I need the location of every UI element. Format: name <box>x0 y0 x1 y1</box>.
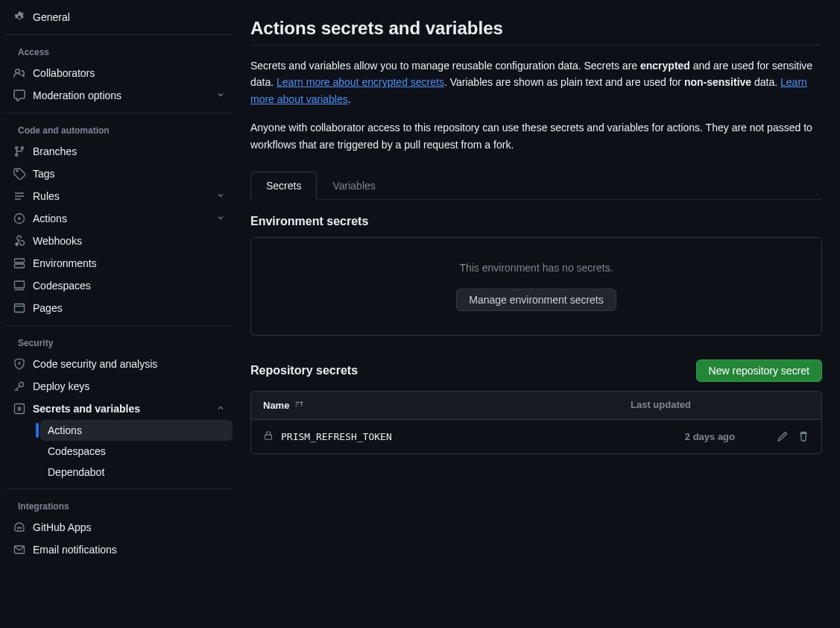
sidebar-item-secrets[interactable]: Secrets and variables <box>6 398 233 420</box>
table-header: Name Last updated <box>251 392 821 420</box>
tab-variables[interactable]: Variables <box>317 172 391 200</box>
secret-name: PRISM_REFRESH_TOKEN <box>281 431 392 442</box>
col-header-actions <box>750 399 809 412</box>
svg-point-6 <box>19 383 24 387</box>
desc-bold: encrypted <box>640 60 690 72</box>
sidebar-item-label: Code security and analysis <box>33 358 225 370</box>
sidebar-item-pages[interactable]: Pages <box>6 297 233 319</box>
sidebar-item-deploykeys[interactable]: Deploy keys <box>6 375 233 398</box>
sidebar-item-label: Webhooks <box>33 235 225 247</box>
key-icon <box>13 380 25 392</box>
sidebar-item-label: GitHub Apps <box>33 521 225 533</box>
sidebar-group-security: Security <box>6 332 233 353</box>
sidebar-item-tags[interactable]: Tags <box>6 163 233 185</box>
page-title: Actions secrets and variables <box>250 18 822 45</box>
svg-rect-2 <box>15 264 25 268</box>
sidebar-item-codesecurity[interactable]: Code security and analysis <box>6 353 233 375</box>
rules-icon <box>13 190 25 202</box>
repo-secrets-header: Repository secrets New repository secret <box>250 359 822 382</box>
sidebar-item-webhooks[interactable]: Webhooks <box>6 230 233 252</box>
sidebar-item-codespaces[interactable]: Codespaces <box>6 274 233 297</box>
tag-icon <box>13 168 25 180</box>
delete-icon[interactable] <box>798 430 809 442</box>
tab-secrets[interactable]: Secrets <box>250 172 317 200</box>
comment-icon <box>13 90 25 101</box>
sidebar-item-environments[interactable]: Environments <box>6 252 233 274</box>
link-encrypted-secrets[interactable]: Learn more about encrypted secrets <box>277 76 444 88</box>
new-repository-secret-button[interactable]: New repository secret <box>696 359 822 382</box>
env-empty-message: This environment has no secrets. <box>275 262 798 274</box>
sidebar-item-email[interactable]: Email notifications <box>6 538 233 561</box>
desc-bold: non-sensitive <box>684 76 751 88</box>
desc-text: data. <box>751 76 780 88</box>
settings-sidebar: General Access Collaborators Moderation … <box>0 0 239 628</box>
sidebar-item-label: Branches <box>33 145 225 157</box>
mail-icon <box>13 544 25 556</box>
tabs: Secrets Variables <box>250 171 822 200</box>
sidebar-group-access: Access <box>6 41 233 62</box>
branch-icon <box>13 145 25 157</box>
sidebar-item-label: Tags <box>33 168 225 180</box>
env-secrets-box: This environment has no secrets. Manage … <box>250 237 822 336</box>
manage-env-secrets-button[interactable]: Manage environment secrets <box>456 289 616 311</box>
sidebar-item-githubapps[interactable]: GitHub Apps <box>6 516 233 538</box>
hubot-icon <box>13 521 25 533</box>
chevron-up-icon <box>216 403 225 415</box>
codespaces-icon <box>13 280 25 292</box>
main-content: Actions secrets and variables Secrets an… <box>239 0 840 628</box>
key-asterisk-icon <box>13 403 25 415</box>
sidebar-item-label: Rules <box>33 190 209 202</box>
divider <box>6 113 233 113</box>
col-header-name[interactable]: Name <box>263 399 631 412</box>
svg-rect-1 <box>15 259 25 263</box>
sidebar-subitem-actions[interactable]: Actions <box>40 420 233 441</box>
chevron-down-icon <box>216 190 225 202</box>
sidebar-item-label: Actions <box>48 424 225 436</box>
sidebar-item-label: Collaborators <box>33 67 225 79</box>
sidebar-item-moderation[interactable]: Moderation options <box>6 84 233 107</box>
sidebar-item-label: Actions <box>33 213 209 224</box>
browser-icon <box>13 302 25 314</box>
play-icon <box>13 213 25 224</box>
lock-icon <box>263 430 274 443</box>
secrets-table: Name Last updated PRISM_REFRESH_TOKEN 2 … <box>250 391 822 454</box>
people-icon <box>13 67 25 79</box>
gear-icon <box>13 11 25 23</box>
sidebar-item-collaborators[interactable]: Collaborators <box>6 62 233 84</box>
sidebar-item-label: Moderation options <box>33 90 209 101</box>
table-row: PRISM_REFRESH_TOKEN 2 days ago <box>251 420 821 453</box>
env-secrets-title: Environment secrets <box>250 215 822 228</box>
sidebar-item-label: Pages <box>33 302 225 314</box>
divider <box>6 325 233 326</box>
secret-actions <box>750 430 809 442</box>
sidebar-item-rules[interactable]: Rules <box>6 185 233 207</box>
sidebar-subitem-dependabot[interactable]: Dependabot <box>40 462 233 483</box>
svg-rect-9 <box>265 435 272 439</box>
sidebar-item-general[interactable]: General <box>6 6 233 28</box>
divider <box>6 489 233 489</box>
svg-rect-4 <box>15 304 25 313</box>
sidebar-item-label: Dependabot <box>48 466 225 478</box>
chevron-down-icon <box>216 213 225 224</box>
desc-text: . Variables are shown as plain text and … <box>444 76 684 88</box>
description-paragraph-2: Anyone with collaborator access to this … <box>250 119 822 153</box>
desc-text: Secrets and variables allow you to manag… <box>250 60 640 72</box>
sidebar-item-label: Deploy keys <box>33 380 225 392</box>
col-header-updated: Last updated <box>631 399 750 412</box>
col-header-name-label: Name <box>263 400 289 411</box>
shield-icon <box>13 358 25 370</box>
svg-rect-3 <box>15 281 25 288</box>
sidebar-secrets-submenu: Actions Codespaces Dependabot <box>6 420 233 483</box>
webhook-icon <box>13 235 25 247</box>
sidebar-subitem-codespaces[interactable]: Codespaces <box>40 441 233 462</box>
sidebar-item-branches[interactable]: Branches <box>6 140 233 163</box>
chevron-down-icon <box>216 90 225 101</box>
sidebar-group-code: Code and automation <box>6 119 233 140</box>
svg-point-5 <box>19 362 21 365</box>
repo-secrets-title: Repository secrets <box>250 364 358 377</box>
sidebar-item-actions[interactable]: Actions <box>6 207 233 230</box>
edit-icon[interactable] <box>777 430 789 442</box>
divider <box>6 34 233 35</box>
sidebar-item-label: General <box>33 11 225 23</box>
sort-icon <box>294 399 304 412</box>
